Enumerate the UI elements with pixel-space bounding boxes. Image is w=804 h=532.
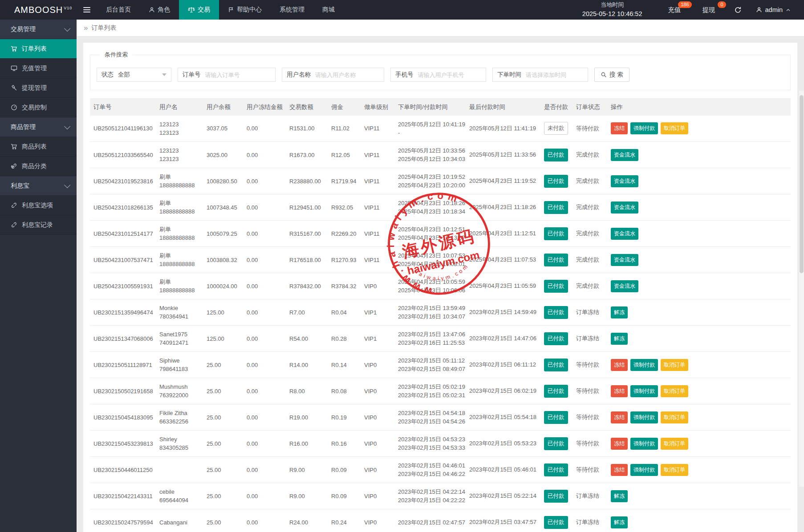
action-force-button[interactable]: 强制付款 bbox=[630, 385, 658, 397]
action-cancel-button[interactable]: 取消订单 bbox=[661, 438, 688, 450]
action-force-button[interactable]: 强制付款 bbox=[630, 438, 658, 450]
hamburger-menu-icon[interactable] bbox=[77, 0, 97, 20]
chevron-down-icon bbox=[64, 181, 70, 188]
nav-help-center[interactable]: 帮助中心 bbox=[219, 0, 271, 20]
action-flow-button[interactable]: 资金流水 bbox=[611, 202, 638, 214]
order-time-cell: 2023年02月15日 04:53:232023年02月15日 04:53:33 bbox=[394, 431, 466, 457]
action-unfreeze-button[interactable]: 解冻 bbox=[611, 333, 628, 345]
sidebar-item-interest-records[interactable]: 利息宝记录 bbox=[0, 215, 77, 235]
pay-status-badge[interactable]: 已付款 bbox=[544, 306, 568, 319]
action-force-button[interactable]: 强制付款 bbox=[630, 411, 658, 423]
level-cell: VIP11 bbox=[361, 247, 394, 273]
action-flow-button[interactable]: 资金流水 bbox=[611, 280, 638, 292]
frozen-cell: 0.00 bbox=[243, 352, 286, 378]
recharge-link[interactable]: 充值 186 bbox=[658, 0, 692, 20]
pay-status-badge[interactable]: 已付款 bbox=[544, 490, 568, 503]
sidebar-item-order-list[interactable]: 订单列表 bbox=[0, 39, 77, 59]
order-no-input[interactable] bbox=[205, 68, 276, 81]
nav-roles[interactable]: 角色 bbox=[140, 0, 179, 20]
nav-system-manage[interactable]: 系统管理 bbox=[271, 0, 313, 20]
action-freeze-button[interactable]: 冻结 bbox=[611, 359, 628, 371]
pay-status-badge[interactable]: 已付款 bbox=[544, 227, 568, 240]
username-filter: 用户名称 bbox=[282, 68, 384, 82]
pay-status-badge[interactable]: 已付款 bbox=[544, 385, 568, 398]
frozen-cell: 0.00 bbox=[243, 221, 286, 247]
breadcrumb: » 订单列表 bbox=[77, 20, 804, 36]
amount-cell: R9.00 bbox=[286, 483, 328, 509]
order-no-cell: UB2302151359496474 bbox=[90, 299, 156, 326]
order-time-input[interactable] bbox=[526, 68, 588, 81]
action-unfreeze-button[interactable]: 解冻 bbox=[611, 306, 628, 318]
action-cancel-button[interactable]: 取消订单 bbox=[661, 411, 688, 423]
sidebar-group-trade-manage[interactable]: 交易管理 bbox=[0, 20, 77, 39]
pay-status-badge[interactable]: 已付款 bbox=[544, 201, 568, 214]
frozen-cell: 0.00 bbox=[243, 273, 286, 299]
phone-input[interactable] bbox=[418, 68, 486, 81]
search-filters: 状态 全部 订单号 用户名称 bbox=[97, 68, 784, 82]
row-actions: 资金流水 bbox=[611, 280, 787, 292]
pay-status-badge[interactable]: 已付款 bbox=[544, 411, 568, 424]
pay-status-badge[interactable]: 已付款 bbox=[544, 280, 568, 293]
action-flow-button[interactable]: 资金流水 bbox=[611, 254, 638, 266]
scrollbar-thumb[interactable] bbox=[800, 95, 804, 273]
action-cancel-button[interactable]: 取消订单 bbox=[661, 359, 688, 371]
vertical-scrollbar[interactable] bbox=[799, 91, 804, 487]
refresh-button[interactable] bbox=[726, 0, 750, 20]
action-freeze-button[interactable]: 冻结 bbox=[611, 464, 628, 476]
pay-status-badge[interactable]: 已付款 bbox=[544, 149, 568, 161]
pay-status-badge[interactable]: 已付款 bbox=[544, 437, 568, 450]
pay-status-badge[interactable]: 已付款 bbox=[544, 175, 568, 188]
row-actions: 资金流水 bbox=[611, 175, 787, 187]
last-pay-time-cell: 2023年02月15日 06:02:19 bbox=[466, 378, 540, 404]
action-unfreeze-button[interactable]: 解冻 bbox=[611, 490, 628, 502]
sidebar-item-withdraw-manage[interactable]: 提现管理 bbox=[0, 78, 77, 98]
action-flow-button[interactable]: 资金流水 bbox=[611, 149, 638, 161]
pay-status-badge[interactable]: 已付款 bbox=[544, 359, 568, 371]
order-time-cell: 2025年04月23日 10:18:262025年04月23日 10:18:34 bbox=[394, 194, 466, 221]
action-flow-button[interactable]: 资金流水 bbox=[611, 228, 638, 240]
frozen-cell: 0.00 bbox=[243, 247, 286, 273]
pay-status-badge[interactable]: 已付款 bbox=[544, 463, 568, 476]
action-unfreeze-button[interactable]: 解冻 bbox=[611, 516, 628, 528]
action-freeze-button[interactable]: 冻结 bbox=[611, 411, 628, 423]
pay-status-badge[interactable]: 已付款 bbox=[544, 254, 568, 266]
sidebar-group-interest-treasure[interactable]: 利息宝 bbox=[0, 176, 77, 196]
action-force-button[interactable]: 强制付款 bbox=[630, 464, 658, 476]
admin-menu[interactable]: admin bbox=[750, 0, 804, 20]
sidebar-item-product-list[interactable]: 商品列表 bbox=[0, 137, 77, 157]
commission-cell: R0.19 bbox=[328, 404, 361, 431]
action-cancel-button[interactable]: 取消订单 bbox=[661, 122, 688, 134]
table-row: UB2302150247579594 Cabangani 25.00 0.00 … bbox=[90, 509, 791, 532]
actions-cell: 冻结强制付款取消订单 bbox=[607, 352, 791, 378]
withdraw-link[interactable]: 提现 0 bbox=[692, 0, 726, 20]
pay-status-badge[interactable]: 已付款 bbox=[544, 332, 568, 345]
admin-order-list-page: AMBOOSHV10 后台首页 角色 交易 帮助中心 系统管理 商城 当地时间 bbox=[0, 0, 804, 532]
sidebar-item-recharge-manage[interactable]: 充值管理 bbox=[0, 59, 77, 78]
action-cancel-button[interactable]: 取消订单 bbox=[661, 385, 688, 397]
action-freeze-button[interactable]: 冻结 bbox=[611, 122, 628, 134]
action-cancel-button[interactable]: 取消订单 bbox=[661, 464, 688, 476]
nav-mall[interactable]: 商城 bbox=[313, 0, 344, 20]
sidebar-item-product-category[interactable]: 商品分类 bbox=[0, 157, 77, 176]
order-status-cell: 等待付款 bbox=[573, 378, 607, 404]
sidebar-group-product-manage[interactable]: 商品管理 bbox=[0, 117, 77, 137]
action-freeze-button[interactable]: 冻结 bbox=[611, 385, 628, 397]
nav-dashboard[interactable]: 后台首页 bbox=[97, 0, 140, 20]
nav-trade[interactable]: 交易 bbox=[179, 0, 219, 20]
page-title: 订单列表 bbox=[91, 24, 116, 32]
status-select[interactable]: 全部 bbox=[118, 71, 171, 79]
last-pay-time-cell: 2023年02月15日 14:59:49 bbox=[466, 299, 540, 326]
sidebar-item-interest-options[interactable]: 利息宝选项 bbox=[0, 196, 77, 215]
action-freeze-button[interactable]: 冻结 bbox=[611, 438, 628, 450]
pay-status-badge[interactable]: 已付款 bbox=[544, 516, 568, 529]
pay-status-cell: 未付款 bbox=[540, 116, 573, 142]
col-order-time: 下单时间/付款时间 bbox=[394, 99, 466, 116]
sidebar-item-trade-control[interactable]: 交易控制 bbox=[0, 98, 77, 117]
pay-status-badge[interactable]: 未付款 bbox=[544, 122, 568, 135]
monitor-icon bbox=[11, 65, 17, 72]
username-input[interactable] bbox=[315, 68, 384, 81]
action-flow-button[interactable]: 资金流水 bbox=[611, 175, 638, 187]
action-force-button[interactable]: 强制付款 bbox=[630, 359, 658, 371]
search-button[interactable]: 搜 索 bbox=[594, 68, 629, 82]
action-force-button[interactable]: 强制付款 bbox=[630, 122, 658, 134]
